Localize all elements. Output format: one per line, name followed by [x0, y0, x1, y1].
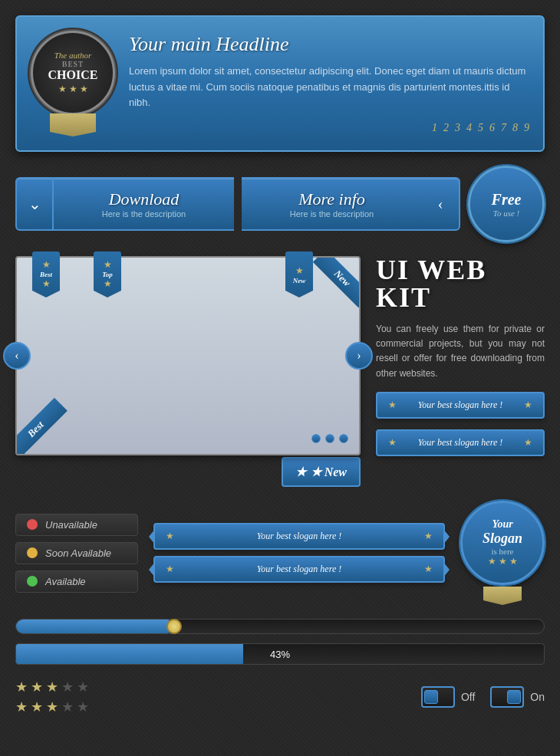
- slider-dots: [311, 434, 348, 443]
- gallery-right: UI WEB KIT You can freely use them for p…: [376, 256, 545, 456]
- dot-2[interactable]: [325, 434, 334, 443]
- ribbon-best: ★ Best ★: [32, 251, 60, 297]
- slogan-star-2b: ★: [524, 437, 532, 449]
- page-7[interactable]: 7: [501, 122, 506, 134]
- page-1[interactable]: 1: [432, 122, 437, 134]
- toggle-off-label: Off: [461, 691, 475, 703]
- round-badge[interactable]: Your Slogan is here ★ ★ ★: [460, 501, 545, 585]
- corner-best-badge: Best: [17, 385, 86, 454]
- corner-new-badge: [298, 258, 359, 319]
- page-3[interactable]: 3: [455, 122, 460, 134]
- star-2-2[interactable]: ★: [31, 698, 43, 715]
- status-list: Unavailable Soon Available Available: [15, 514, 138, 593]
- status-label-available: Available: [45, 576, 86, 587]
- status-dot-red: [27, 519, 38, 530]
- badge-circle: The author BEST CHOICE ★ ★ ★: [31, 31, 115, 115]
- star-1-4[interactable]: ★: [61, 679, 74, 695]
- stars-left: ★ ★ ★ ★ ★ ★ ★ ★ ★ ★: [15, 679, 89, 715]
- new-tag-button[interactable]: ★ ★ New: [282, 457, 361, 487]
- slider-thumb[interactable]: [166, 619, 182, 634]
- toggle-on-switch[interactable]: [490, 686, 524, 708]
- slider-fill: [16, 620, 174, 633]
- slider-nav-left[interactable]: ‹: [3, 342, 31, 370]
- status-dot-green: [27, 576, 38, 587]
- download-arrow-left[interactable]: ⌄: [15, 177, 54, 231]
- page-4[interactable]: 4: [466, 122, 472, 134]
- toggle-off-switch[interactable]: [421, 686, 455, 708]
- page-9[interactable]: 9: [524, 122, 529, 134]
- toggle-on-label: On: [530, 691, 545, 703]
- star-1-5[interactable]: ★: [77, 679, 89, 695]
- slogan-wing-bar-1[interactable]: ★ Your best slogan here ! ★: [153, 523, 445, 550]
- stars-section: ★ ★ ★ ★ ★ ★ ★ ★ ★ ★ Off: [15, 679, 545, 715]
- free-badge[interactable]: Free To use !: [468, 166, 545, 242]
- progress-bar: 43%: [15, 643, 545, 665]
- round-badge-stars: ★ ★ ★: [488, 556, 518, 567]
- badge-stars: ★ ★ ★: [58, 84, 88, 95]
- round-badge-line1: Your: [492, 518, 512, 531]
- free-badge-text: Free: [492, 191, 522, 209]
- page-2[interactable]: 2: [443, 122, 449, 134]
- gallery-section: ★ Best ★ ★ Top ★ ★ New: [15, 256, 545, 487]
- star-2-3[interactable]: ★: [46, 698, 58, 715]
- status-label-unavailable: Unavailable: [45, 519, 97, 531]
- hero-title: Your main Headline: [129, 33, 529, 56]
- badge-main: CHOICE: [48, 68, 98, 82]
- hero-pagination: 1 2 3 4 5 6 7 8 9: [129, 122, 529, 134]
- slogan-star-2a: ★: [388, 437, 397, 449]
- round-badge-ribbon: [483, 587, 522, 605]
- slogan-bar-1[interactable]: ★ Your best slogan here ! ★: [376, 392, 545, 419]
- ui-kit-description: You can freely use them for private or c…: [376, 322, 545, 381]
- slogan-star-1b: ★: [524, 399, 532, 411]
- status-label-soon: Soon Available: [45, 547, 111, 559]
- slogan-bar-2[interactable]: ★ Your best slogan here ! ★: [376, 429, 545, 456]
- round-badge-line3: is here: [491, 547, 513, 556]
- toggle-off-item: Off: [421, 686, 475, 708]
- slogan-star-1a: ★: [388, 399, 397, 411]
- download-button[interactable]: Download Here is the description: [54, 177, 234, 231]
- star-1-2[interactable]: ★: [31, 679, 43, 695]
- slogan-text-2: Your best slogan here !: [401, 437, 519, 449]
- more-info-button-group: More info Here is the description ‹: [242, 177, 460, 231]
- slogan-wing-bar-2[interactable]: ★ Your best slogan here ! ★: [153, 556, 445, 583]
- corner-best-label: Best: [17, 398, 68, 454]
- star-row-2: ★ ★ ★ ★ ★: [15, 698, 89, 715]
- slogan-bars-center: ★ Your best slogan here ! ★ ★ Your best …: [153, 523, 445, 583]
- slider-wrap: ★ Best ★ ★ Top ★ ★ New: [15, 256, 361, 455]
- slogan-wing-star-1b: ★: [424, 531, 433, 542]
- hero-description: Lorem ipsum dolor sit amet, consectetur …: [129, 64, 529, 111]
- ribbon-top: ★ Top ★: [94, 251, 121, 297]
- download-desc: Here is the description: [102, 209, 186, 219]
- page-6[interactable]: 6: [489, 122, 495, 134]
- slogan-wing-star-2b: ★: [424, 564, 433, 575]
- hero-content: Your main Headline Lorem ipsum dolor sit…: [129, 33, 529, 134]
- star-1-1[interactable]: ★: [15, 679, 28, 695]
- more-info-button[interactable]: More info Here is the description: [242, 177, 422, 231]
- more-info-arrow-right[interactable]: ‹: [422, 177, 460, 231]
- status-unavailable[interactable]: Unavailable: [15, 514, 138, 536]
- status-section: Unavailable Soon Available Available ★ Y…: [15, 501, 545, 605]
- ui-kit-title: UI WEB KIT: [376, 256, 545, 311]
- page-5[interactable]: 5: [478, 122, 483, 134]
- round-badge-line2: Slogan: [483, 531, 522, 547]
- dot-3[interactable]: [339, 434, 348, 443]
- new-tag-label: ★ New: [311, 465, 347, 479]
- toggle-on-item: On: [490, 686, 545, 708]
- dot-1[interactable]: [311, 434, 321, 443]
- page-8[interactable]: 8: [512, 122, 518, 134]
- star-1-3[interactable]: ★: [46, 679, 58, 695]
- gallery-left: ★ Best ★ ★ Top ★ ★ New: [15, 256, 361, 487]
- star-2-1[interactable]: ★: [15, 698, 28, 715]
- badge-ribbon: [50, 113, 96, 136]
- slider-track[interactable]: [15, 619, 545, 634]
- toggle-section: Off On: [421, 686, 545, 708]
- progress-section: 43%: [15, 619, 545, 665]
- status-available[interactable]: Available: [15, 570, 138, 593]
- star-2-5[interactable]: ★: [77, 698, 89, 715]
- star-2-4[interactable]: ★: [61, 698, 74, 715]
- toggle-on-knob: [507, 690, 521, 704]
- toggle-off-knob: [424, 690, 438, 704]
- status-soon[interactable]: Soon Available: [15, 542, 138, 564]
- slider-nav-right[interactable]: ›: [345, 342, 373, 370]
- more-info-desc: Here is the description: [290, 209, 374, 219]
